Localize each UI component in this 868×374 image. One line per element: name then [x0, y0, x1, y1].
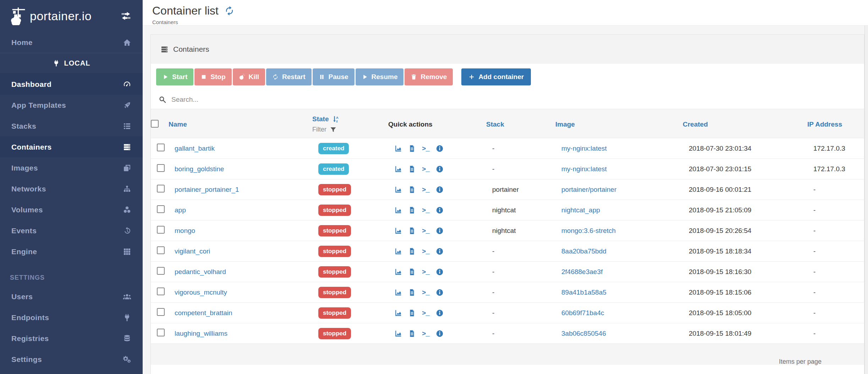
sidebar-item-engine[interactable]: Engine: [0, 241, 143, 262]
row-checkbox[interactable]: [157, 226, 165, 234]
logs-icon[interactable]: [408, 165, 416, 173]
inspect-icon[interactable]: [436, 206, 444, 214]
select-all-checkbox[interactable]: [151, 120, 159, 128]
row-checkbox[interactable]: [157, 205, 165, 213]
stats-icon[interactable]: [394, 227, 402, 235]
container-name-link[interactable]: gallant_bartik: [175, 145, 215, 152]
sidebar-item-containers[interactable]: Containers: [0, 136, 143, 157]
inspect-icon[interactable]: [436, 289, 444, 296]
row-checkbox[interactable]: [157, 267, 165, 275]
container-name-link[interactable]: portainer_portainer_1: [175, 186, 239, 193]
row-checkbox[interactable]: [157, 185, 165, 192]
add-container-button[interactable]: Add container: [461, 68, 531, 85]
container-name-link[interactable]: boring_goldstine: [175, 165, 224, 173]
row-checkbox[interactable]: [157, 246, 165, 254]
sidebar-item-networks[interactable]: Networks: [0, 178, 143, 199]
console-icon[interactable]: >_: [422, 268, 430, 276]
breadcrumb[interactable]: Containers: [152, 19, 868, 25]
image-link[interactable]: 89a41b1a58a5: [561, 289, 606, 296]
logs-icon[interactable]: [408, 206, 416, 214]
sidebar-item-registries[interactable]: Registries: [0, 328, 143, 349]
vertical-scrollbar[interactable]: [864, 26, 868, 374]
inspect-icon[interactable]: [436, 268, 444, 276]
inspect-icon[interactable]: [436, 165, 444, 173]
logs-icon[interactable]: [408, 268, 416, 276]
stats-icon[interactable]: [394, 268, 402, 276]
pause-button[interactable]: Pause: [313, 68, 355, 85]
sidebar-item-images[interactable]: Images: [0, 157, 143, 178]
refresh-icon[interactable]: [224, 6, 235, 16]
row-checkbox[interactable]: [157, 329, 165, 336]
search-input[interactable]: [171, 96, 857, 104]
image-link[interactable]: portainer/portainer: [561, 186, 616, 193]
container-name-link[interactable]: laughing_williams: [175, 330, 227, 337]
stats-icon[interactable]: [394, 309, 402, 317]
sidebar-item-volumes[interactable]: Volumes: [0, 199, 143, 220]
row-checkbox[interactable]: [157, 288, 165, 295]
sidebar-item-stacks[interactable]: Stacks: [0, 116, 143, 136]
container-name-link[interactable]: vigilant_cori: [175, 247, 210, 255]
logs-icon[interactable]: [408, 186, 416, 194]
inspect-icon[interactable]: [436, 309, 444, 317]
row-checkbox[interactable]: [157, 308, 165, 316]
logs-icon[interactable]: [408, 227, 416, 235]
console-icon[interactable]: >_: [422, 309, 430, 317]
inspect-icon[interactable]: [436, 145, 444, 152]
image-link[interactable]: nightcat_app: [561, 206, 600, 214]
inspect-icon[interactable]: [436, 330, 444, 337]
console-icon[interactable]: >_: [422, 227, 430, 235]
column-header-state[interactable]: State: [312, 115, 329, 123]
image-link[interactable]: my-nginx:latest: [561, 165, 607, 173]
logs-icon[interactable]: [408, 309, 416, 317]
console-icon[interactable]: >_: [422, 165, 430, 173]
stop-button[interactable]: Stop: [194, 68, 231, 85]
image-link[interactable]: 8aa20ba75bdd: [561, 247, 606, 255]
row-checkbox[interactable]: [157, 164, 165, 172]
state-filter[interactable]: Filter: [312, 126, 388, 133]
stats-icon[interactable]: [394, 247, 402, 255]
stats-icon[interactable]: [394, 186, 402, 194]
logs-icon[interactable]: [408, 330, 416, 337]
image-link[interactable]: 3ab06c850546: [561, 330, 606, 337]
stats-icon[interactable]: [394, 145, 402, 152]
inspect-icon[interactable]: [436, 186, 444, 194]
stats-icon[interactable]: [394, 330, 402, 337]
sort-alpha-icon[interactable]: Az: [332, 115, 340, 123]
container-name-link[interactable]: pedantic_volhard: [175, 268, 226, 275]
container-name-link[interactable]: competent_brattain: [175, 309, 232, 317]
image-link[interactable]: my-nginx:latest: [561, 145, 607, 152]
row-checkbox[interactable]: [157, 144, 165, 151]
console-icon[interactable]: >_: [422, 247, 430, 255]
sidebar-item-users[interactable]: Users: [0, 286, 143, 307]
stats-icon[interactable]: [394, 206, 402, 214]
sidebar-item-home[interactable]: Home: [0, 32, 143, 53]
console-icon[interactable]: >_: [422, 206, 430, 214]
container-name-link[interactable]: app: [175, 206, 186, 214]
stats-icon[interactable]: [394, 165, 402, 173]
column-header-image[interactable]: Image: [555, 121, 683, 128]
logs-icon[interactable]: [408, 289, 416, 296]
sidebar-item-dashboard[interactable]: Dashboard: [0, 74, 143, 95]
container-name-link[interactable]: vigorous_mcnulty: [175, 289, 227, 296]
console-icon[interactable]: >_: [422, 330, 430, 337]
logs-icon[interactable]: [408, 145, 416, 152]
console-icon[interactable]: >_: [422, 186, 430, 194]
logs-icon[interactable]: [408, 247, 416, 255]
console-icon[interactable]: >_: [422, 145, 430, 152]
sidebar-item-endpoints[interactable]: Endpoints: [0, 307, 143, 328]
sidebar-item-settings[interactable]: Settings: [0, 349, 143, 370]
kill-button[interactable]: Kill: [233, 68, 265, 85]
column-header-ip[interactable]: IP Address: [807, 121, 864, 128]
sidebar-item-events[interactable]: Events: [0, 220, 143, 241]
resume-button[interactable]: Resume: [356, 68, 404, 85]
image-link[interactable]: 60b69f71ba4c: [561, 309, 604, 317]
container-name-link[interactable]: mongo: [175, 227, 195, 234]
image-link[interactable]: mongo:3.6-stretch: [561, 227, 616, 234]
sidebar-item-app-templates[interactable]: App Templates: [0, 95, 143, 116]
console-icon[interactable]: >_: [422, 289, 430, 296]
image-link[interactable]: 2f4688e3ae3f: [561, 268, 603, 275]
inspect-icon[interactable]: [436, 247, 444, 255]
remove-button[interactable]: Remove: [405, 68, 453, 85]
stats-icon[interactable]: [394, 289, 402, 296]
column-header-name[interactable]: Name: [169, 121, 312, 128]
